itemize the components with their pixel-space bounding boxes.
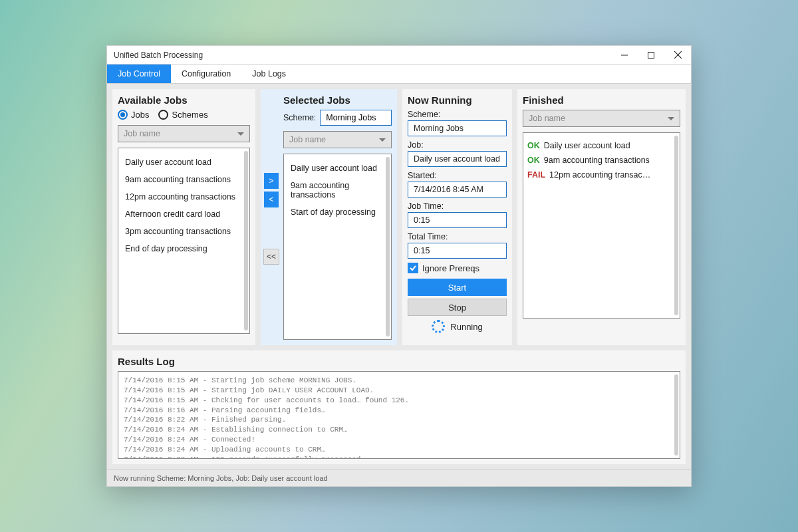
log-line: 7/14/2016 8:28 AM - 126 records successf… xyxy=(124,455,674,459)
finished-row[interactable]: OK Daily user account load xyxy=(527,138,676,153)
svg-rect-1 xyxy=(648,52,654,58)
running-jobtime-value: 0:15 xyxy=(408,212,507,228)
available-jobs-list[interactable]: Daily user account load 9am accounting t… xyxy=(118,148,250,334)
list-item[interactable]: 3pm accounting transactions xyxy=(124,223,247,240)
finished-job-label: 9am accounting transactions xyxy=(544,156,650,165)
start-button[interactable]: Start xyxy=(408,279,507,296)
ignore-prereqs-checkbox[interactable]: Ignore Prereqs xyxy=(408,263,507,273)
selected-jobname-select[interactable]: Job name xyxy=(283,131,392,148)
scrollbar[interactable] xyxy=(244,151,248,331)
panel-results-log: Results Log 7/14/2016 8:15 AM - Starting… xyxy=(112,350,686,464)
panel-selected-wrap: > < << Selected Jobs Scheme: Job name Da… xyxy=(261,89,397,345)
app-window: Unified Batch Processing Job Control Con… xyxy=(106,45,692,487)
running-job-label: Job: xyxy=(408,140,507,150)
log-line: 7/14/2016 8:24 AM - Uploading accounts t… xyxy=(124,445,674,455)
chevron-down-icon xyxy=(668,117,674,120)
status-badge: OK xyxy=(527,141,540,150)
list-item[interactable]: Daily user account load xyxy=(289,160,388,177)
select-placeholder: Job name xyxy=(289,135,326,144)
main-content: Available Jobs Jobs Schemes Job name Dai… xyxy=(107,84,691,350)
radio-schemes[interactable]: Schemes xyxy=(158,110,207,120)
running-started-value: 7/14/2016 8:45 AM xyxy=(408,182,507,198)
checkbox-checked-icon xyxy=(408,263,418,273)
running-status: Running xyxy=(408,320,507,333)
panel-selected-jobs: Selected Jobs Scheme: Job name Daily use… xyxy=(283,94,392,340)
finished-job-label: Daily user account load xyxy=(544,141,630,150)
select-placeholder: Job name xyxy=(529,114,565,123)
finished-job-label: 12pm accounting transac… xyxy=(549,170,650,180)
spinner-icon xyxy=(432,320,445,333)
radio-jobs-label: Jobs xyxy=(131,110,149,120)
radio-jobs[interactable]: Jobs xyxy=(118,110,149,120)
finished-row[interactable]: FAIL 12pm accounting transac… xyxy=(527,168,676,182)
log-line: 7/14/2016 8:24 AM - Establishing connect… xyxy=(124,425,674,435)
panel-now-running: Now Running Scheme: Morning Jobs Job: Da… xyxy=(402,89,512,345)
status-badge: OK xyxy=(527,156,540,165)
radio-dot-icon xyxy=(158,110,168,120)
log-line: 7/14/2016 8:15 AM - Starting job DAILY U… xyxy=(124,386,674,396)
log-line: 7/14/2016 8:15 AM - Chcking for user acc… xyxy=(124,396,674,406)
tab-bar: Job Control Configuration Job Logs xyxy=(107,65,691,84)
list-item[interactable]: Start of day processing xyxy=(289,203,388,221)
selected-jobs-list[interactable]: Daily user account load 9am accounting t… xyxy=(283,154,392,340)
list-item[interactable]: 9am accounting transactions xyxy=(289,177,388,203)
tab-job-logs[interactable]: Job Logs xyxy=(241,65,297,83)
remove-button[interactable]: < xyxy=(264,192,279,207)
stop-button[interactable]: Stop xyxy=(408,299,507,316)
running-job-value: Daily user account load xyxy=(408,151,507,167)
log-line: 7/14/2016 8:15 AM - Starting job scheme … xyxy=(124,376,674,386)
finished-jobname-select[interactable]: Job name xyxy=(523,110,680,127)
scrollbar[interactable] xyxy=(674,374,678,456)
ignore-prereqs-label: Ignore Prereqs xyxy=(422,263,479,273)
running-scheme-label: Scheme: xyxy=(408,110,507,119)
chevron-down-icon xyxy=(237,132,244,136)
list-item[interactable]: Daily user account load xyxy=(124,154,247,171)
titlebar: Unified Batch Processing xyxy=(107,46,691,65)
results-log-box[interactable]: 7/14/2016 8:15 AM - Starting job scheme … xyxy=(118,371,680,459)
finished-heading: Finished xyxy=(523,94,680,106)
window-title: Unified Batch Processing xyxy=(107,51,611,60)
results-heading: Results Log xyxy=(118,356,680,367)
log-line: 7/14/2016 8:24 AM - Connected! xyxy=(124,435,674,445)
chevron-down-icon xyxy=(379,138,386,142)
radio-dot-icon xyxy=(118,110,128,120)
move-buttons-col: > < << xyxy=(263,94,279,340)
finished-row[interactable]: OK 9am accounting transactions xyxy=(527,153,676,168)
running-started-label: Started: xyxy=(408,171,507,180)
running-totaltime-value: 0:15 xyxy=(408,243,507,259)
maximize-button[interactable] xyxy=(638,46,664,65)
running-scheme-value: Morning Jobs xyxy=(408,120,507,136)
tab-configuration[interactable]: Configuration xyxy=(171,65,241,83)
scrollbar[interactable] xyxy=(386,157,390,336)
running-heading: Now Running xyxy=(408,94,507,106)
status-badge: FAIL xyxy=(527,170,545,180)
available-heading: Available Jobs xyxy=(118,94,250,106)
panel-finished: Finished Job name OK Daily user account … xyxy=(517,89,686,345)
list-item[interactable]: End of day processing xyxy=(124,240,247,257)
scheme-input[interactable] xyxy=(320,110,392,126)
scheme-label: Scheme: xyxy=(283,113,316,122)
minimize-button[interactable] xyxy=(611,46,638,65)
list-item[interactable]: Afternoon credit card load xyxy=(124,205,247,223)
close-button[interactable] xyxy=(664,46,691,65)
tab-job-control[interactable]: Job Control xyxy=(107,65,171,83)
log-line: 7/14/2016 8:22 AM - Finished parsing. xyxy=(124,415,674,425)
panel-available-jobs: Available Jobs Jobs Schemes Job name Dai… xyxy=(112,89,255,345)
add-button[interactable]: > xyxy=(264,173,279,189)
finished-jobs-list[interactable]: OK Daily user account load OK 9am accoun… xyxy=(523,132,680,319)
running-status-label: Running xyxy=(450,322,482,332)
available-jobname-select[interactable]: Job name xyxy=(118,125,250,142)
list-item[interactable]: 12pm accounting transactions xyxy=(124,188,247,205)
select-placeholder: Job name xyxy=(124,129,160,138)
scrollbar[interactable] xyxy=(674,136,678,315)
available-mode-radios: Jobs Schemes xyxy=(118,110,250,120)
status-bar: Now running Scheme: Morning Jobs, Job: D… xyxy=(107,469,691,486)
selected-heading: Selected Jobs xyxy=(283,94,392,106)
radio-schemes-label: Schemes xyxy=(172,110,207,120)
running-totaltime-label: Total Time: xyxy=(408,232,507,241)
log-line: 7/14/2016 8:16 AM - Parsing accounting f… xyxy=(124,406,674,416)
running-jobtime-label: Job Time: xyxy=(408,201,507,211)
remove-all-button[interactable]: << xyxy=(263,249,279,265)
list-item[interactable]: 9am accounting transactions xyxy=(124,171,247,188)
